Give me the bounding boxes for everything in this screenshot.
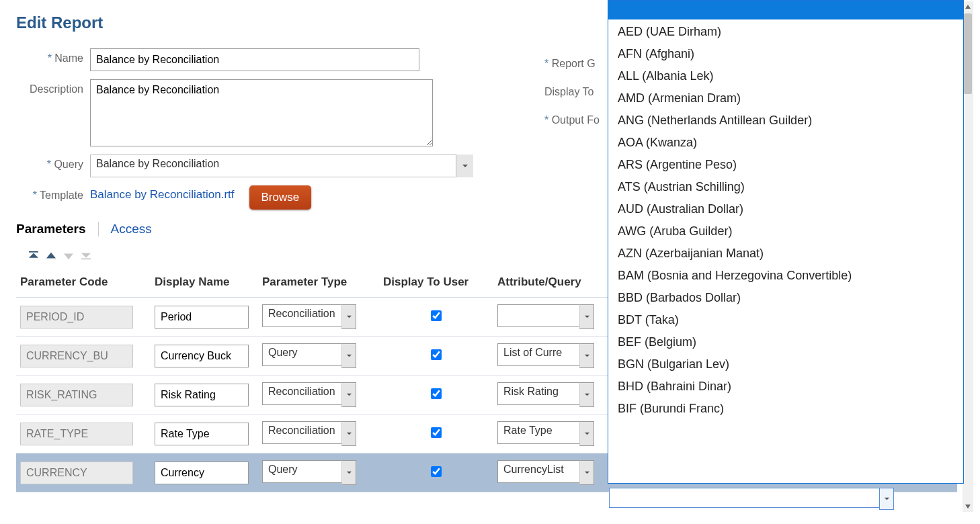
display-name-field[interactable] [155,423,249,445]
chevron-down-icon [584,314,590,320]
parameter-code-field [20,306,133,329]
attribute-query-dropdown-button[interactable] [579,421,594,446]
attribute-query-dropdown-button[interactable] [579,343,594,368]
browse-button[interactable]: Browse [249,185,312,210]
dropdown-option[interactable]: AED (UAE Dirham) [608,21,963,43]
parameter-type-dropdown-button[interactable] [341,382,356,407]
display-to-user-checkbox[interactable] [431,466,442,477]
tab-separator [98,222,99,236]
display-to-user-checkbox[interactable] [431,388,442,399]
scroll-down-button[interactable] [963,501,973,512]
svg-rect-1 [81,259,91,260]
attribute-query-dropdown-button[interactable] [579,460,594,485]
dropdown-option[interactable]: ATS (Austrian Schilling) [608,176,963,198]
dropdown-option[interactable]: ARS (Argentine Peso) [608,154,963,176]
move-down-button[interactable] [60,249,77,263]
dropdown-option[interactable]: BAM (Bosnia and Herzegovina Convertible) [608,265,963,287]
chevron-down-icon [584,353,590,359]
parameter-type-dropdown-button[interactable] [341,304,356,329]
dropdown-option[interactable]: AOA (Kwanza) [608,132,963,154]
dropdown-option[interactable]: BEF (Belgium) [608,331,963,353]
col-display-name[interactable]: Display Name [151,269,258,298]
currency-value-select[interactable] [609,488,894,508]
dropdown-option[interactable]: BBD (Barbados Dollar) [608,287,963,309]
parameter-code-field [20,345,133,367]
parameter-code-field [20,423,133,445]
dropdown-option[interactable]: BDT (Taka) [608,309,963,331]
chevron-down-icon [346,431,352,437]
display-to-user-checkbox[interactable] [431,349,442,360]
chevron-down-icon [346,392,352,398]
double-arrow-down-icon [80,251,92,261]
dropdown-option[interactable]: BGN (Bulgarian Lev) [608,353,963,376]
vertical-scrollbar[interactable] [963,1,973,512]
dropdown-header [608,1,963,19]
query-label: Query [16,155,90,171]
svg-rect-0 [29,251,38,253]
tab-parameters[interactable]: Parameters [16,222,86,236]
double-arrow-up-icon [28,251,40,261]
parameter-type-dropdown-button[interactable] [341,343,356,368]
display-name-field[interactable] [155,345,249,367]
parameter-code-field [20,462,133,484]
chevron-down-icon [884,496,890,502]
name-field[interactable] [90,48,419,71]
col-parameter-code[interactable]: Parameter Code [16,269,151,298]
scroll-up-button[interactable] [963,1,973,12]
dropdown-option[interactable]: AUD (Australian Dollar) [608,198,963,220]
output-format-label: Output Fo [544,110,606,126]
move-up-button[interactable] [43,249,59,263]
dropdown-option[interactable]: ALL (Albania Lek) [608,65,963,87]
col-attribute-query[interactable]: Attribute/Query [493,269,608,298]
dropdown-option[interactable]: AZN (Azerbaijanian Manat) [608,243,963,265]
dropdown-option[interactable]: AWG (Aruba Guilder) [608,220,963,243]
query-dropdown-button[interactable] [456,155,473,177]
col-display-to-user[interactable]: Display To User [379,269,493,298]
display-to-user-checkbox[interactable] [431,310,442,321]
name-label: Name [16,48,90,64]
parameter-code-field [20,384,133,406]
attribute-query-dropdown-button[interactable] [579,382,594,407]
chevron-down-icon [462,163,468,169]
move-bottom-button[interactable] [78,249,94,263]
description-field[interactable]: Balance by Reconciliation [90,79,433,146]
chevron-down-icon [346,470,352,476]
arrow-down-icon [63,251,75,261]
move-top-button[interactable] [26,249,42,263]
dropdown-option[interactable]: AFN (Afghani) [608,43,963,65]
arrow-up-icon [45,251,57,261]
display-name-field[interactable] [155,384,249,406]
dropdown-option[interactable]: BIF (Burundi Franc) [608,398,963,420]
attribute-query-dropdown-button[interactable] [579,304,594,329]
dropdown-option[interactable]: ANG (Netherlands Antillean Guilder) [608,110,963,132]
template-file-link[interactable]: Balance by Reconciliation.rtf [90,185,235,202]
description-label: Description [16,79,90,95]
report-group-label: Report G [544,54,606,70]
chevron-down-icon [346,314,352,320]
display-to-user-label-top: Display To [544,82,606,98]
chevron-down-icon [584,470,590,476]
parameter-type-dropdown-button[interactable] [341,460,356,485]
parameter-type-dropdown-button[interactable] [341,421,356,446]
currency-value-dropdown-button[interactable] [879,488,894,510]
display-name-field[interactable] [155,306,249,329]
scroll-thumb[interactable] [964,13,972,94]
dropdown-option[interactable]: AMD (Armenian Dram) [608,87,963,110]
chevron-down-icon [584,431,590,437]
template-label: Template [16,185,90,202]
dropdown-option[interactable]: BHD (Bahraini Dinar) [608,376,963,398]
chevron-down-icon [346,353,352,359]
tab-access[interactable]: Access [111,222,152,236]
chevron-down-icon [584,392,590,398]
currency-dropdown-list[interactable]: AED (UAE Dirham)AFN (Afghani)ALL (Albani… [608,0,964,484]
query-select[interactable]: Balance by Reconciliation [90,155,473,177]
col-parameter-type[interactable]: Parameter Type [258,269,379,298]
display-to-user-checkbox[interactable] [431,427,442,438]
display-name-field[interactable] [155,462,249,484]
